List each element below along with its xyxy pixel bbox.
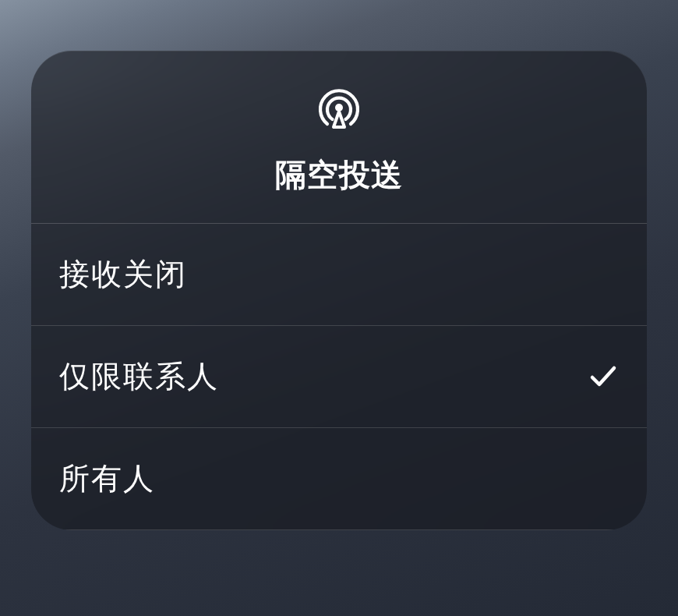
airdrop-icon (314, 82, 364, 132)
panel-header: 隔空投送 (31, 51, 647, 224)
option-everyone[interactable]: 所有人 (31, 428, 647, 530)
option-contacts-only[interactable]: 仅限联系人 (31, 326, 647, 428)
airdrop-panel: 隔空投送 接收关闭 仅限联系人 所有人 (31, 51, 647, 530)
option-label: 仅限联系人 (59, 356, 219, 398)
option-label: 接收关闭 (59, 253, 187, 296)
checkmark-icon (588, 361, 619, 392)
option-receiving-off[interactable]: 接收关闭 (31, 224, 647, 326)
option-label: 所有人 (59, 458, 155, 500)
panel-title: 隔空投送 (275, 154, 403, 196)
